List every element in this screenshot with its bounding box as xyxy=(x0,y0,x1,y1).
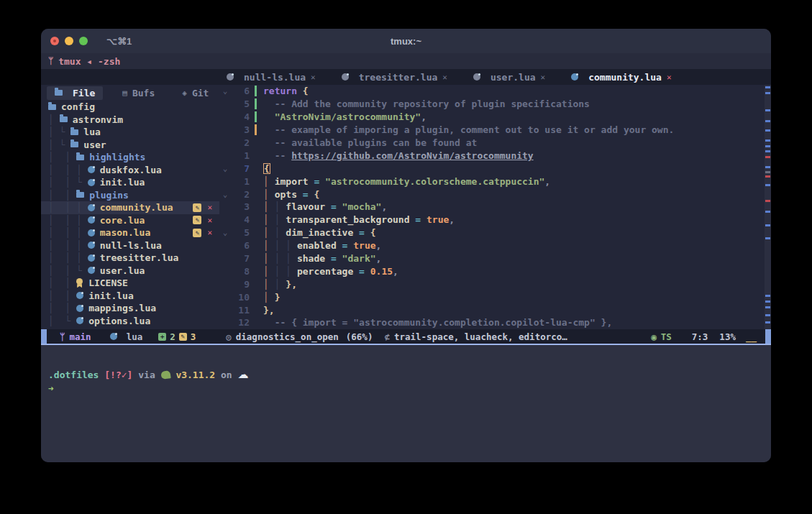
shell-pane[interactable]: .dotfiles [!?✓] via v3.11.2 on ☁ ➜ xyxy=(41,345,771,462)
tree-item-label: duskfox.lua xyxy=(100,165,162,175)
lua-icon xyxy=(110,333,117,340)
git-status-segment[interactable]: + 2 ✎ 3 xyxy=(158,331,196,342)
fold-icon[interactable]: ⌄ xyxy=(219,86,231,96)
code-token xyxy=(263,317,275,328)
scroll-mark xyxy=(765,224,770,226)
fold-icon[interactable]: ⌄ xyxy=(219,228,231,237)
fold-icon[interactable]: ⌄ xyxy=(219,190,231,199)
scrollbar-marks[interactable] xyxy=(765,85,771,329)
scroll-percent: 13% xyxy=(719,331,736,342)
titlebar[interactable]: ⌥⌘1 tmux:~ xyxy=(41,29,771,53)
code-buffer: ⌄6return {5 -- Add the community reposit… xyxy=(219,85,771,329)
sidebar-tab-bufs[interactable]: ▤Bufs xyxy=(114,86,163,100)
window-shortcut: ⌥⌘1 xyxy=(106,36,132,47)
scroll-mark xyxy=(765,129,770,132)
tree-item-LICENSE[interactable]: │ │ LICENSE xyxy=(41,277,219,290)
folder-icon xyxy=(76,192,84,198)
tree-item-label: core.lua xyxy=(100,215,145,226)
tree-item-init.lua[interactable]: │ │ init.lua xyxy=(41,290,219,303)
tree-item-mappings.lua[interactable]: │ │ mappings.lua xyxy=(41,302,219,315)
buffer-tab-user.lua[interactable]: user.lua✕ xyxy=(473,72,545,83)
line-number: 2 xyxy=(231,137,250,148)
diagnostics-percent: (66%) xyxy=(346,331,373,342)
diagnostics-label: diagnostics_on_open xyxy=(236,331,339,342)
code-token: { xyxy=(314,189,319,200)
lua-icon xyxy=(342,73,349,81)
lsp-clients-segment: ⊄ trail-space, luacheck, editorco… xyxy=(384,331,567,342)
buffer-tab-treesitter.lua[interactable]: treesitter.lua✕ xyxy=(342,72,447,83)
tree-item-label: treesitter.lua xyxy=(100,252,179,263)
code-line: 2 -- available plugins can be found at xyxy=(219,137,771,150)
line-number: 2 xyxy=(231,189,250,200)
tree-item-options.lua[interactable]: │ └ options.lua xyxy=(41,315,219,328)
tab-close-icon[interactable]: ✕ xyxy=(667,73,672,82)
close-icon[interactable]: ✕ xyxy=(207,203,212,212)
scroll-mark xyxy=(765,86,770,88)
tree-item-lua[interactable]: │ └ lua xyxy=(41,126,219,139)
git-sign xyxy=(255,305,257,316)
tree-item-badges: ✎✕ xyxy=(193,216,212,225)
code-token: = xyxy=(359,266,365,277)
code-token xyxy=(353,227,359,238)
code-token: │ xyxy=(263,266,275,277)
code-line: 11}, xyxy=(219,303,771,316)
tree-indent-guides: │ │ │ xyxy=(48,215,88,226)
tree-item-duskfox.lua[interactable]: │ │ │ duskfox.lua xyxy=(41,164,219,177)
code-token: │ xyxy=(275,214,286,225)
buffer-tab-community.lua[interactable]: community.lua✕ xyxy=(571,72,671,83)
code-token: { xyxy=(263,163,270,174)
code-token: { xyxy=(370,227,376,238)
tree-item-highlights[interactable]: │ │ highlights xyxy=(41,151,219,164)
sidebar-tab-file[interactable]: File xyxy=(47,86,103,100)
tree-item-config[interactable]: config xyxy=(41,101,219,114)
tree-item-user[interactable]: │ └ user xyxy=(41,139,219,152)
scroll-mark xyxy=(765,184,770,186)
close-icon[interactable]: ✕ xyxy=(207,216,212,225)
tab-close-icon[interactable]: ✕ xyxy=(442,73,447,82)
tree-item-treesitter.lua[interactable]: │ │ │ treesitter.lua xyxy=(41,252,219,265)
prompt-dir: .dotfiles xyxy=(48,370,99,380)
code-line: 12 -- { import = "astrocommunity.complet… xyxy=(219,316,771,329)
tree-item-label: highlights xyxy=(89,152,145,162)
tree-item-core.lua[interactable]: │ │ │ core.lua✎✕ xyxy=(41,214,219,227)
code-token: = xyxy=(342,240,348,251)
tree-item-user.lua[interactable]: │ │ └ user.lua xyxy=(41,265,219,277)
git-sign xyxy=(255,111,257,122)
scroll-mark xyxy=(765,109,770,111)
code-token: -- example of imporing a plugin, comment… xyxy=(275,124,675,135)
lua-icon xyxy=(473,73,480,81)
code-token: , xyxy=(393,266,398,277)
tab-close-icon[interactable]: ✕ xyxy=(541,73,546,82)
sidebar-tab-git[interactable]: ◈Git xyxy=(174,86,216,100)
tree-item-label: config xyxy=(61,101,95,112)
buffer-tab-null-ls.lua[interactable]: null-ls.lua✕ xyxy=(227,72,316,83)
git-sign xyxy=(255,163,257,174)
tree-item-astronvim[interactable]: │ astronvim xyxy=(41,114,219,127)
code-token: shade xyxy=(297,253,325,264)
close-icon[interactable]: ✕ xyxy=(207,228,212,237)
scroll-mark xyxy=(765,145,770,147)
fold-icon[interactable]: ⌄ xyxy=(219,164,231,173)
code-token: │ xyxy=(275,266,286,277)
code-token xyxy=(263,111,275,122)
editor-pane[interactable]: ⌄6return {5 -- Add the community reposit… xyxy=(219,85,771,329)
git-branch-segment[interactable]: ᛘ main xyxy=(60,331,91,342)
tree-item-community.lua[interactable]: │ │ │ community.lua✎✕ xyxy=(41,201,219,214)
scroll-mark xyxy=(765,171,770,173)
lsp-icon: ⊄ xyxy=(384,331,390,342)
tree-item-plugins[interactable]: │ │ plugins xyxy=(41,189,219,202)
tree-item-null-ls.lua[interactable]: │ │ │ null-ls.lua xyxy=(41,239,219,252)
tree-item-label: astronvim xyxy=(73,114,123,125)
tree-item-label: init.lua xyxy=(88,290,134,301)
tree-item-mason.lua[interactable]: │ │ │ mason.lua✎✕ xyxy=(41,226,219,239)
git-branch-icon: ᛘ xyxy=(60,331,65,342)
diagnostics-segment[interactable]: ◎ diagnostics_on_open xyxy=(226,331,339,342)
tab-close-icon[interactable]: ✕ xyxy=(311,73,316,82)
tree-item-label: mappings.lua xyxy=(88,303,156,313)
code-token: -- xyxy=(275,150,291,161)
code-token: return xyxy=(263,86,297,96)
buffer-tabline: null-ls.lua✕treesitter.lua✕user.lua✕comm… xyxy=(41,69,771,85)
code-token: , xyxy=(421,111,426,122)
buffer-tab-label: community.lua xyxy=(588,72,662,83)
tree-item-init.lua[interactable]: │ │ └ init.lua xyxy=(41,176,219,189)
